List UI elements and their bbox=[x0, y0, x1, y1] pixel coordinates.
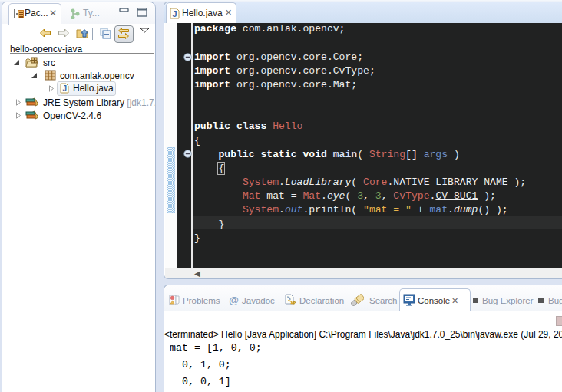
svg-text:J: J bbox=[63, 84, 68, 93]
svg-text:J: J bbox=[173, 9, 177, 18]
